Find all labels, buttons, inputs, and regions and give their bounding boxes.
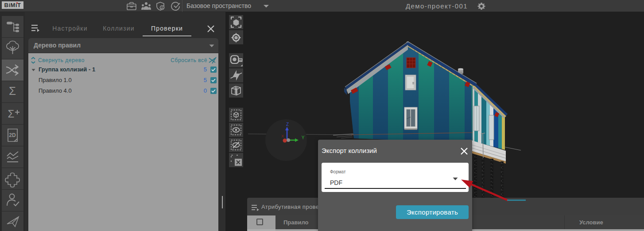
svg-text:Σ: Σ <box>9 84 16 98</box>
svg-text:Y: Y <box>302 135 305 140</box>
svg-text:X: X <box>281 134 284 138</box>
svg-text:Σ: Σ <box>8 108 15 120</box>
svg-text:2D: 2D <box>9 132 16 138</box>
svg-text:Z: Z <box>286 122 289 127</box>
